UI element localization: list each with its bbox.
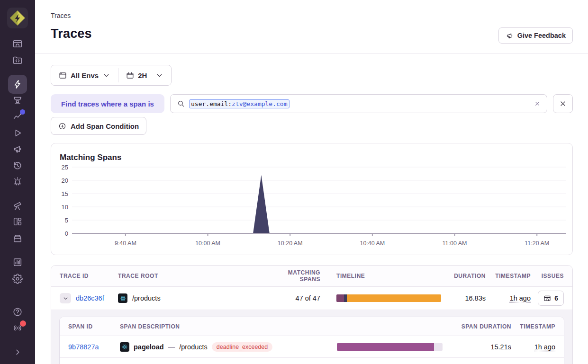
span-condition-row: Find traces where a span is user.email:z… bbox=[51, 94, 573, 113]
traces-table-header: TRACE ID TRACE ROOT MATCHING SPANS TIMEL… bbox=[51, 266, 572, 287]
token-value: ztv@example.com bbox=[232, 100, 287, 107]
chart-title: Matching Spans bbox=[60, 153, 572, 162]
collapse-icon[interactable] bbox=[12, 346, 23, 358]
trace-duration: 16.83s bbox=[465, 294, 486, 302]
alerts-icon[interactable] bbox=[12, 176, 23, 187]
time-period-value: 2H bbox=[138, 71, 147, 80]
span-table-header: SPAN ID SPAN DESCRIPTION SPAN DURATION T… bbox=[60, 317, 564, 336]
svg-text:10:40 AM: 10:40 AM bbox=[360, 240, 385, 247]
condition-label: Find traces where a span is bbox=[51, 94, 164, 113]
content: All Envs 2H Find traces where a span is … bbox=[35, 53, 588, 364]
environment-value: All Envs bbox=[71, 71, 99, 80]
whats-new-badge bbox=[20, 320, 26, 327]
projects-icon[interactable] bbox=[12, 54, 23, 66]
col-span-timestamp: TIMESTAMP bbox=[520, 323, 555, 330]
col-timeline: TIMELINE bbox=[336, 273, 441, 279]
matching-spans-chart: 05101520259:40 AM10:00 AM10:20 AM10:40 A… bbox=[51, 163, 573, 248]
svg-text:0: 0 bbox=[65, 230, 68, 237]
trace-id-link[interactable]: db26c36f bbox=[76, 294, 104, 302]
svg-text:10: 10 bbox=[62, 204, 68, 211]
dashboards-icon[interactable] bbox=[12, 95, 23, 106]
trace-timestamp[interactable]: 1h ago bbox=[510, 294, 531, 302]
trace-root-value: /products bbox=[132, 294, 161, 302]
col-span-duration: SPAN DURATION bbox=[461, 323, 511, 330]
plus-circle-icon bbox=[58, 122, 66, 130]
col-span-id: SPAN ID bbox=[68, 323, 120, 330]
environment-selector[interactable]: All Envs bbox=[51, 65, 118, 85]
traces-table: TRACE ID TRACE ROOT MATCHING SPANS TIMEL… bbox=[51, 265, 573, 364]
replays-icon[interactable] bbox=[12, 127, 23, 139]
sidebar bbox=[0, 0, 35, 364]
add-span-condition-button[interactable]: Add Span Condition bbox=[51, 117, 146, 135]
search-token[interactable]: user.email:ztv@example.com bbox=[189, 99, 289, 108]
clear-search-icon[interactable] bbox=[534, 100, 541, 107]
svg-text:5: 5 bbox=[65, 217, 68, 224]
calendar-icon bbox=[126, 71, 134, 80]
filter-bar: All Envs 2H bbox=[51, 65, 172, 86]
svg-text:10:00 AM: 10:00 AM bbox=[195, 240, 220, 247]
react-platform-icon bbox=[120, 342, 129, 352]
span-timeline-bar bbox=[337, 343, 443, 351]
trace-issues-count: 6 bbox=[554, 294, 558, 302]
add-span-condition-label: Add Span Condition bbox=[71, 122, 139, 130]
time-period-selector[interactable]: 2H bbox=[118, 65, 171, 85]
trace-row: db26c36f /products 47 of 47 16.83s 1h ag… bbox=[51, 287, 572, 310]
traces-page: Traces Traces Give Feedback All Envs 2H bbox=[0, 0, 588, 364]
expanded-trace-section: SPAN ID SPAN DESCRIPTION SPAN DURATION T… bbox=[51, 310, 572, 364]
react-platform-icon bbox=[118, 293, 127, 303]
svg-text:11:00 AM: 11:00 AM bbox=[443, 240, 467, 247]
span-id-link[interactable]: 9b78827a bbox=[68, 343, 120, 351]
releases-icon[interactable] bbox=[12, 232, 23, 244]
collapse-trace-button[interactable] bbox=[60, 293, 71, 303]
svg-text:15: 15 bbox=[62, 190, 68, 197]
insights-icon[interactable] bbox=[12, 111, 23, 122]
main-area: Traces Traces Give Feedback All Envs 2H bbox=[35, 0, 588, 364]
span-row: b7a7e441 http.server — GET /organization… bbox=[60, 358, 564, 364]
chevron-down-icon bbox=[155, 71, 163, 80]
token-key: user.email: bbox=[191, 100, 232, 107]
svg-text:25: 25 bbox=[62, 164, 68, 171]
insights-badge bbox=[20, 109, 25, 115]
help-icon[interactable] bbox=[12, 306, 23, 318]
profiles-icon[interactable] bbox=[12, 160, 23, 171]
col-timestamp: TIMESTAMP bbox=[495, 273, 531, 279]
col-trace-root: TRACE ROOT bbox=[118, 273, 266, 279]
page-header: Traces Traces Give Feedback bbox=[35, 0, 588, 53]
col-duration: DURATION bbox=[454, 273, 486, 279]
close-icon bbox=[559, 100, 567, 107]
svg-text:11:20 AM: 11:20 AM bbox=[525, 240, 549, 247]
discover-icon[interactable] bbox=[12, 200, 23, 212]
sentry-logo[interactable] bbox=[7, 8, 28, 28]
whats-new-icon[interactable] bbox=[12, 322, 23, 334]
span-row: 9b78827a pageload — /products deadline_e… bbox=[60, 336, 564, 358]
matching-spans-value: 47 of 47 bbox=[296, 294, 320, 302]
span-description: /products bbox=[179, 343, 208, 351]
sentry-logo-icon bbox=[9, 9, 27, 27]
explore-icon[interactable] bbox=[8, 75, 27, 94]
col-issues: ISSUES bbox=[542, 273, 564, 279]
svg-text:9:40 AM: 9:40 AM bbox=[115, 240, 136, 247]
settings-icon[interactable] bbox=[12, 273, 23, 284]
chevron-down-icon bbox=[63, 295, 69, 302]
matching-spans-panel: Matching Spans 05101520259:40 AM10:00 AM… bbox=[51, 143, 573, 255]
span-op: pageload bbox=[134, 343, 164, 351]
issues-icon[interactable] bbox=[12, 38, 23, 49]
span-table: SPAN ID SPAN DESCRIPTION SPAN DURATION T… bbox=[59, 317, 564, 364]
span-duration: 15.21s bbox=[490, 343, 511, 351]
user-feedback-icon[interactable] bbox=[12, 143, 23, 155]
separator: — bbox=[168, 343, 175, 351]
col-span-description: SPAN DESCRIPTION bbox=[120, 323, 337, 330]
remove-condition-button[interactable] bbox=[553, 94, 573, 113]
span-search-input[interactable]: user.email:ztv@example.com bbox=[170, 94, 547, 113]
svg-text:20: 20 bbox=[62, 177, 68, 184]
span-timestamp[interactable]: 1h ago bbox=[534, 343, 555, 351]
boards-icon[interactable] bbox=[12, 216, 23, 227]
trace-issues-button[interactable]: 6 bbox=[538, 291, 564, 306]
col-trace-id: TRACE ID bbox=[60, 273, 118, 279]
stats-icon[interactable] bbox=[12, 257, 23, 268]
breadcrumb[interactable]: Traces bbox=[51, 12, 71, 19]
give-feedback-button[interactable]: Give Feedback bbox=[498, 27, 573, 44]
svg-text:10:20 AM: 10:20 AM bbox=[278, 240, 303, 247]
span-status-badge: deadline_exceeded bbox=[212, 342, 272, 352]
give-feedback-label: Give Feedback bbox=[517, 32, 566, 39]
